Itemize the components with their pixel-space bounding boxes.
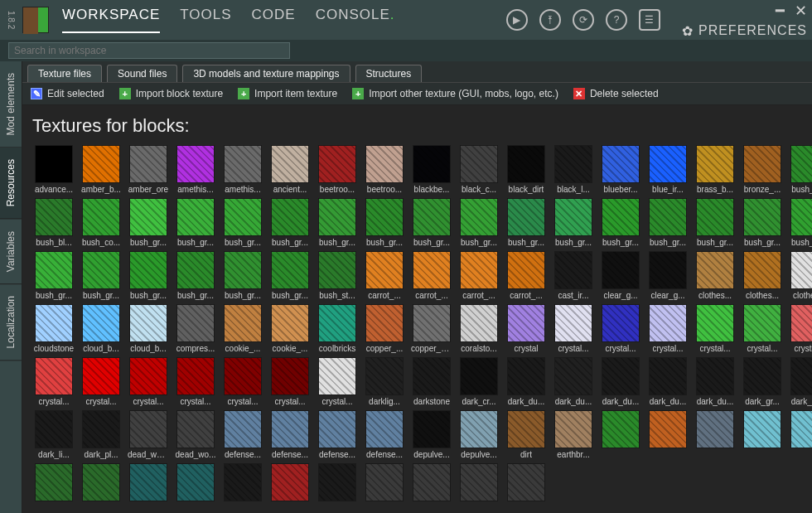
texture-item[interactable] [268,463,312,503]
texture-item[interactable]: dark_ho... [788,357,812,406]
texture-item[interactable]: crystal... [316,357,359,406]
texture-item[interactable]: black_dirt [505,145,548,194]
run-icon[interactable]: ▶ [506,9,528,31]
export-icon[interactable]: ⭱ [539,9,561,31]
help-icon[interactable]: ? [606,9,627,31]
texture-item[interactable]: amethis... [221,145,264,194]
texture-item[interactable]: clothes... [694,251,737,300]
texture-item[interactable]: ancient... [268,145,312,194]
texture-item[interactable] [599,410,642,459]
texture-item[interactable]: carrot_... [505,251,548,300]
texture-item[interactable]: dead_wood [127,410,170,459]
texture-item[interactable]: dark_du... [646,357,689,406]
texture-item[interactable]: clothes... [741,251,784,300]
preferences-button[interactable]: ✿ PREFERENCES [682,23,807,39]
texture-item[interactable]: bush_gr... [694,198,737,247]
texture-item[interactable]: amethis... [174,145,217,194]
texture-item[interactable]: bush_gr... [505,198,548,247]
import-block-button[interactable]: + Import block texture [119,88,223,99]
texture-item[interactable]: dead_wo... [174,410,217,459]
texture-item[interactable]: cast_ir... [552,251,595,300]
texture-item[interactable]: cookie_... [221,304,264,353]
texture-item[interactable]: bush_co... [80,198,123,247]
texture-item[interactable] [741,410,784,459]
texture-item[interactable]: cloud_b... [80,304,123,353]
texture-item[interactable]: clothes... [788,251,812,300]
texture-item[interactable]: bronze_... [741,145,784,194]
texture-item[interactable]: black_c... [457,145,500,194]
sidebar-item-localization[interactable]: Localization [0,284,22,361]
search-input[interactable] [8,42,290,59]
texture-item[interactable] [127,463,170,503]
texture-item[interactable]: bush_bl... [788,145,812,194]
texture-item[interactable]: clear_g... [599,251,642,300]
texture-item[interactable]: coralsto... [457,304,500,353]
delete-selected-button[interactable]: ✕ Delete selected [573,88,659,99]
texture-item[interactable]: beetroo... [316,145,359,194]
texture-item[interactable]: bush_gr... [599,198,642,247]
texture-item[interactable] [316,463,359,503]
texture-item[interactable]: defense... [316,410,359,459]
texture-item[interactable]: advance... [32,145,75,194]
texture-item[interactable]: bush_gr... [221,198,264,247]
texture-item[interactable]: dark_cr... [457,357,500,406]
texture-item[interactable]: crystal... [788,304,812,353]
texture-item[interactable]: carrot_... [363,251,406,300]
texture-item[interactable]: copper_ore [410,304,453,353]
texture-item[interactable]: blue_ir... [646,145,689,194]
texture-item[interactable]: bush_gr... [268,251,312,300]
texture-item[interactable]: dark_du... [552,357,595,406]
subtab-structures[interactable]: Structures [355,65,423,82]
texture-item[interactable]: blackbe... [410,145,453,194]
sidebar-item-variables[interactable]: Variables [0,220,22,284]
texture-item[interactable] [32,463,75,503]
texture-item[interactable]: bush_bl... [32,198,75,247]
texture-item[interactable]: dark_li... [32,410,75,459]
edit-selected-button[interactable]: ✎ Edit selected [31,88,104,99]
texture-item[interactable]: defense... [221,410,264,459]
texture-item[interactable]: depulve... [410,410,453,459]
texture-item[interactable]: bush_gr... [646,198,689,247]
texture-item[interactable]: bush_gr... [457,198,500,247]
debug-icon[interactable]: ⟳ [573,9,594,31]
texture-item[interactable]: bush_gr... [174,251,217,300]
texture-item[interactable]: crystal... [268,357,312,406]
texture-item[interactable]: coolbricks [316,304,359,353]
texture-item[interactable]: black_l... [552,145,595,194]
texture-item[interactable]: bush_gr... [221,251,264,300]
texture-item[interactable]: amber_ore [127,145,170,194]
tab-workspace[interactable]: WORKSPACE [62,7,160,33]
texture-item[interactable]: crystal... [646,304,689,353]
texture-item[interactable]: crystal... [694,304,737,353]
texture-item[interactable] [410,463,453,503]
texture-item[interactable]: cookie_... [268,304,312,353]
tab-tools[interactable]: TOOLS [180,7,231,33]
texture-item[interactable]: bush_gr... [268,198,312,247]
texture-item[interactable] [646,410,689,459]
texture-item[interactable]: crystal... [80,357,123,406]
import-item-button[interactable]: + Import item texture [238,88,337,99]
texture-item[interactable]: crystal... [599,304,642,353]
tab-console[interactable]: CONSOLE. [316,7,395,33]
texture-item[interactable]: defense... [268,410,312,459]
texture-item[interactable]: bush_gr... [741,198,784,247]
texture-item[interactable]: brass_b... [694,145,737,194]
texture-item[interactable]: darkstone [410,357,453,406]
account-icon[interactable]: ☰ [639,9,660,31]
texture-item[interactable]: beetroo... [363,145,406,194]
texture-item[interactable] [363,463,406,503]
texture-item[interactable]: carrot_... [457,251,500,300]
texture-item[interactable]: dark_gr... [741,357,784,406]
texture-item[interactable]: copper_... [363,304,406,353]
texture-item[interactable]: bush_gr... [32,251,75,300]
texture-item[interactable] [457,463,500,503]
texture-item[interactable]: bush_gr... [127,251,170,300]
texture-item[interactable]: crystal... [221,357,264,406]
texture-item[interactable]: dark_du... [505,357,548,406]
texture-item[interactable] [80,463,123,503]
sidebar-item-mod-elements[interactable]: Mod elements [0,61,22,148]
texture-item[interactable]: earthbr... [552,410,595,459]
texture-item[interactable]: dark_du... [694,357,737,406]
texture-item[interactable]: cloud_b... [127,304,170,353]
texture-item[interactable]: dark_pl... [80,410,123,459]
